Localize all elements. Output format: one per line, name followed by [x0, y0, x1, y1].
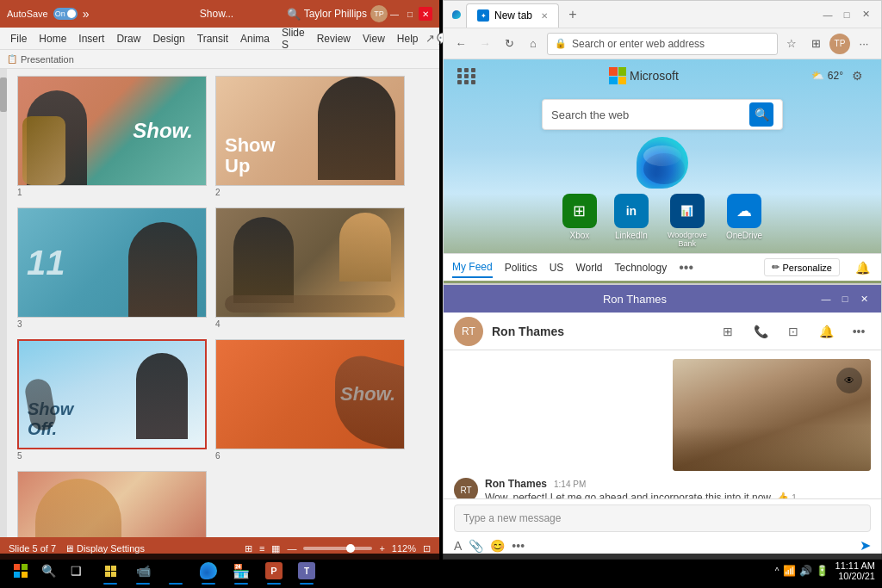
feed-us[interactable]: US [550, 258, 564, 277]
notifications-button[interactable]: 🔔 [852, 257, 873, 278]
menu-review[interactable]: Review [312, 31, 356, 46]
teams-input-box[interactable]: Type a new message [454, 504, 871, 532]
slide-item-7[interactable]: 7 [17, 471, 207, 537]
taskbar-search-button[interactable]: 🔍 [36, 559, 60, 583]
menu-draw[interactable]: Draw [111, 31, 146, 46]
forward-button[interactable]: → [475, 34, 495, 54]
tab-new-tab[interactable]: ✦ New tab ✕ [466, 3, 559, 28]
quick-link-onedrive[interactable]: ☁ OneDrive [726, 194, 762, 248]
menu-file[interactable]: File [5, 31, 32, 46]
slide-item-2[interactable]: ShowUp 2 [215, 76, 405, 197]
personalize-button[interactable]: ✏ Personalize [764, 258, 840, 276]
teams-attach-btn[interactable]: 📎 [469, 539, 483, 553]
teams-send-button[interactable]: ➤ [860, 537, 871, 554]
teams-share-btn[interactable]: ⊡ [781, 319, 805, 344]
slide-thumb-2: ShowUp [215, 76, 405, 186]
weather-icon: ⛅ [811, 70, 824, 82]
view-normal-btn[interactable]: ⊞ [245, 543, 252, 554]
slide-item-5[interactable]: ShowOff. 5 [17, 339, 207, 461]
refresh-button[interactable]: ↻ [499, 34, 519, 54]
taskbar-app-powerpoint[interactable]: P [258, 555, 289, 586]
feed-more-button[interactable]: ••• [679, 260, 693, 275]
feed-technology[interactable]: Technology [615, 258, 668, 277]
minus-btn[interactable]: — [287, 543, 296, 554]
quick-link-linkedin[interactable]: in LinkedIn [614, 194, 649, 248]
taskbar-datetime[interactable]: 11:11 AM 10/20/21 [835, 560, 875, 581]
slide2-text: ShowUp [225, 135, 276, 176]
tab-close-icon[interactable]: ✕ [541, 11, 548, 21]
taskbar-app-filemanager[interactable]: 🗁 [160, 555, 191, 586]
start-button[interactable] [7, 557, 34, 585]
taskbar-app-teams-meet[interactable]: 📹 [127, 555, 158, 586]
teams-more-btn[interactable]: ••• [847, 319, 871, 344]
teams-video-btn[interactable]: ⊞ [716, 319, 740, 344]
taskbar-app-teams[interactable]: T [291, 555, 322, 586]
settings-icon-btn[interactable]: ⚙ [848, 66, 867, 85]
menu-design[interactable]: Design [147, 31, 189, 46]
menu-transit[interactable]: Transit [192, 31, 233, 46]
plus-btn[interactable]: + [379, 543, 384, 554]
collections-button[interactable]: ⊞ [805, 34, 826, 54]
user-name: Taylor Phillips [304, 8, 367, 20]
slide-item-3[interactable]: 11 3 [17, 207, 207, 329]
new-tab-button[interactable]: + [562, 4, 583, 25]
scroll-bar[interactable] [0, 69, 7, 537]
autosave-toggle[interactable]: On [53, 8, 78, 20]
feed-politics[interactable]: Politics [505, 258, 537, 277]
edge-close-button[interactable]: ✕ [857, 6, 874, 23]
close-button[interactable]: ✕ [419, 7, 432, 21]
teams-more-tools-btn[interactable]: ••• [512, 539, 525, 553]
teams-maximize-button[interactable]: □ [836, 290, 854, 307]
slide-item-1[interactable]: Show. 1 [17, 76, 207, 197]
ms-dots-icon[interactable] [457, 68, 476, 84]
maximize-button[interactable]: □ [403, 7, 417, 21]
display-settings-btn[interactable]: 🖥 Display Settings [65, 543, 145, 554]
show-hidden-btn[interactable]: ^ [775, 566, 780, 576]
chat-image: 👁 [673, 359, 871, 471]
search-button[interactable]: 🔍 [749, 102, 773, 127]
feed-myfeed[interactable]: My Feed [452, 257, 493, 278]
search-box[interactable]: Search the web 🔍 [542, 99, 783, 130]
menu-view[interactable]: View [357, 31, 390, 46]
home-button[interactable]: ⌂ [523, 34, 543, 54]
volume-icon[interactable]: 🔊 [799, 565, 812, 577]
feed-world[interactable]: World [575, 258, 602, 277]
share-button[interactable]: ↗ [425, 30, 435, 47]
menu-anima[interactable]: Anima [235, 31, 275, 46]
search-icon[interactable]: 🔍 [287, 8, 301, 21]
teams-emoji-btn[interactable]: 😊 [490, 539, 505, 553]
task-view-button[interactable]: ❑ [62, 557, 90, 585]
menu-help[interactable]: Help [392, 31, 424, 46]
menu-insert[interactable]: Insert [73, 31, 109, 46]
edge-maximize-button[interactable]: □ [838, 6, 855, 23]
view-slide-btn[interactable]: ▦ [271, 543, 280, 554]
settings-more-button[interactable]: ··· [854, 34, 874, 54]
menu-home[interactable]: Home [34, 31, 71, 46]
scroll-thumb[interactable] [0, 77, 7, 112]
profile-button[interactable]: TP [829, 34, 850, 54]
view-outline-btn[interactable]: ≡ [259, 543, 264, 554]
teams-close-button[interactable]: ✕ [855, 290, 873, 307]
menu-slides[interactable]: Slide S [276, 25, 310, 53]
slide-item-4[interactable]: 4 [215, 207, 405, 329]
taskbar-app-explorer[interactable] [95, 555, 126, 586]
edge-logo [637, 137, 688, 189]
quick-link-woodgrove[interactable]: 📊 Woodgrove Bank [666, 194, 709, 248]
taskbar-app-store[interactable]: 🏪 [226, 555, 257, 586]
zoom-slider[interactable] [303, 547, 372, 550]
teams-minimize-button[interactable]: — [817, 290, 835, 307]
back-button[interactable]: ← [450, 34, 471, 54]
edge-minimize-button[interactable]: — [819, 6, 836, 23]
teams-format-btn[interactable]: A [454, 539, 462, 553]
quick-link-xbox[interactable]: ⊞ Xbox [562, 194, 597, 248]
address-field[interactable]: 🔒 Search or enter web address [547, 33, 778, 55]
slide-item-6[interactable]: Show. 6 [215, 339, 405, 461]
taskbar-app-edge[interactable] [193, 555, 224, 586]
edge-addressbar: ← → ↻ ⌂ 🔒 Search or enter web address ☆ … [444, 28, 881, 59]
ppt-titlebar-left: AutoSave On » [7, 7, 146, 21]
teams-call-btn[interactable]: 📞 [748, 319, 773, 344]
favorites-button[interactable]: ☆ [781, 34, 802, 54]
fit-window-btn[interactable]: ⊡ [423, 543, 431, 554]
minimize-button[interactable]: — [388, 7, 401, 21]
teams-notify-btn[interactable]: 🔔 [814, 319, 838, 344]
